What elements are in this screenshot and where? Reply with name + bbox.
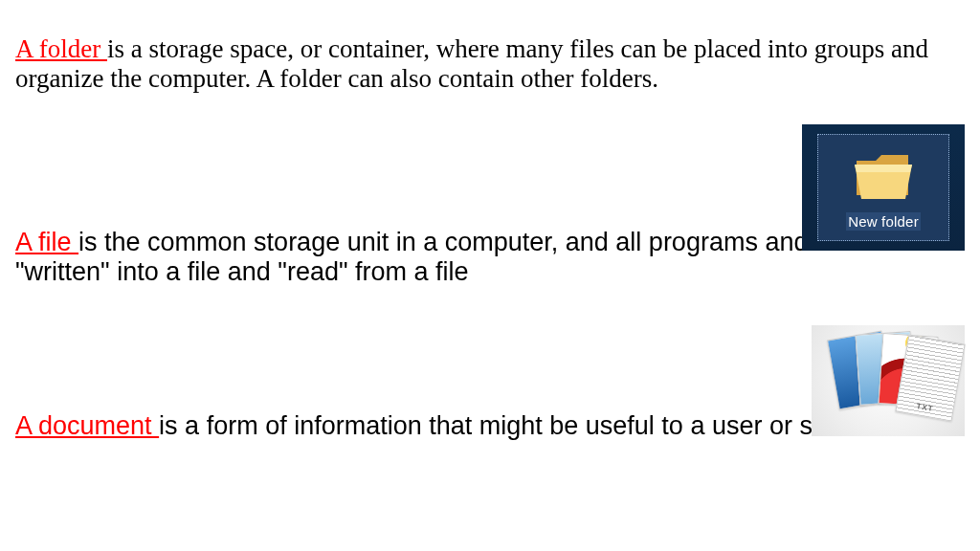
file-term: A file [15, 228, 78, 256]
files-stack-illustration: TXT [812, 325, 965, 436]
folder-icon [853, 151, 914, 203]
document-term: A document [15, 411, 159, 440]
folder-icon-label: New folder [846, 212, 921, 231]
folder-definition: A folder is a storage space, or containe… [15, 34, 965, 94]
text-file-icon: TXT [895, 334, 965, 421]
folder-selected-state: New folder [817, 134, 949, 241]
folder-term: A folder [15, 34, 107, 63]
slide: A folder is a storage space, or containe… [0, 0, 980, 551]
folder-desktop-illustration: New folder [802, 124, 965, 251]
file-text: is the common storage unit in a computer… [15, 228, 910, 286]
folder-text: is a storage space, or container, where … [15, 34, 928, 93]
